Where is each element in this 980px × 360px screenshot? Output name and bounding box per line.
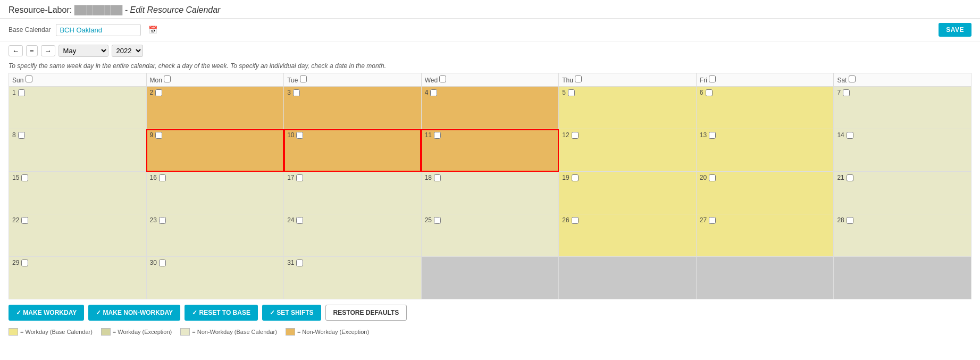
day-checkbox[interactable] bbox=[847, 132, 853, 139]
wed-header-checkbox[interactable] bbox=[439, 76, 446, 82]
day-checkbox[interactable] bbox=[155, 132, 162, 139]
table-row: 15 bbox=[9, 172, 147, 214]
day-checkbox[interactable] bbox=[296, 217, 303, 224]
day-checkbox[interactable] bbox=[568, 89, 575, 96]
month-select[interactable]: JanuaryFebruaryMarchApril MayJuneJulyAug… bbox=[58, 45, 108, 57]
day-checkbox[interactable] bbox=[296, 132, 303, 139]
day-checkbox[interactable] bbox=[159, 174, 166, 181]
day-number: 24 bbox=[287, 216, 418, 224]
reset-to-base-label: ✓ RESET TO BASE bbox=[192, 309, 250, 316]
tue-header-checkbox[interactable] bbox=[300, 76, 307, 82]
day-number: 14 bbox=[837, 131, 968, 139]
set-shifts-button[interactable]: ✓ SET SHIFTS bbox=[262, 305, 321, 321]
legend-item: = Workday (Exception) bbox=[101, 328, 172, 336]
table-row: 12 bbox=[559, 129, 697, 172]
day-checkbox[interactable] bbox=[572, 132, 579, 139]
legend-label: = Workday (Exception) bbox=[113, 329, 172, 335]
day-checkbox[interactable] bbox=[293, 89, 300, 96]
day-checkbox[interactable] bbox=[706, 89, 713, 96]
thu-header-checkbox[interactable] bbox=[575, 76, 582, 82]
table-row: 4 bbox=[421, 87, 559, 129]
day-checkbox[interactable] bbox=[18, 132, 25, 139]
base-calendar-label: Base Calendar bbox=[9, 26, 51, 34]
table-row: 30 bbox=[146, 257, 284, 299]
day-number: 5 bbox=[562, 89, 693, 96]
day-number: 31 bbox=[287, 259, 418, 266]
make-non-workday-button[interactable]: ✓ MAKE NON-WORKDAY bbox=[88, 305, 180, 321]
table-row: 23 bbox=[146, 214, 284, 257]
sat-header-checkbox[interactable] bbox=[849, 76, 856, 82]
day-checkbox[interactable] bbox=[18, 89, 25, 96]
day-number: 19 bbox=[562, 174, 693, 181]
base-calendar-input[interactable]: BCH Oakland bbox=[56, 24, 141, 36]
hint-text: To specify the same week day in the enti… bbox=[0, 60, 980, 73]
day-number: 15 bbox=[12, 174, 143, 181]
day-checkbox[interactable] bbox=[296, 259, 303, 266]
calendar-container: Sun Mon Tue Wed Thu Fri Sat 123456789101… bbox=[0, 73, 980, 299]
day-number: 11 bbox=[425, 131, 556, 139]
calendar-week-row: 293031 bbox=[9, 257, 971, 299]
day-number: 12 bbox=[562, 131, 693, 139]
day-checkbox[interactable] bbox=[434, 174, 441, 181]
day-number: 2 bbox=[150, 89, 281, 96]
day-checkbox[interactable] bbox=[847, 217, 853, 224]
fri-header-checkbox[interactable] bbox=[709, 76, 716, 82]
header-sun: Sun bbox=[9, 73, 147, 87]
legend-row: = Workday (Base Calendar)= Workday (Exce… bbox=[0, 326, 980, 341]
day-number: 26 bbox=[562, 216, 693, 224]
day-checkbox[interactable] bbox=[709, 174, 716, 181]
equal-button[interactable]: = bbox=[26, 45, 38, 56]
day-checkbox[interactable] bbox=[159, 259, 166, 266]
day-checkbox[interactable] bbox=[709, 217, 716, 224]
day-number: 4 bbox=[425, 89, 556, 96]
day-checkbox[interactable] bbox=[296, 174, 303, 181]
mon-header-checkbox[interactable] bbox=[164, 76, 171, 82]
next-month-button[interactable]: → bbox=[41, 45, 55, 56]
table-row: 5 bbox=[559, 87, 697, 129]
day-number: 17 bbox=[287, 174, 418, 181]
day-checkbox[interactable] bbox=[155, 89, 162, 96]
day-number: 25 bbox=[425, 216, 556, 224]
day-number: 22 bbox=[12, 216, 143, 224]
calendar-picker-icon[interactable]: 📅 bbox=[146, 24, 160, 35]
sun-header-checkbox[interactable] bbox=[26, 76, 32, 82]
day-checkbox[interactable] bbox=[21, 259, 28, 266]
calendar-week-row: 1234567 bbox=[9, 87, 971, 129]
make-workday-button[interactable]: ✓ MAKE WORKDAY bbox=[9, 305, 84, 321]
header-sat: Sat bbox=[834, 73, 971, 87]
prev-month-button[interactable]: ← bbox=[9, 45, 23, 56]
day-number: 10 bbox=[287, 131, 418, 139]
calendar-header-row: Sun Mon Tue Wed Thu Fri Sat bbox=[9, 73, 971, 87]
legend-label: = Non-Workday (Exception) bbox=[297, 329, 369, 335]
legend-label: = Workday (Base Calendar) bbox=[20, 329, 93, 335]
table-row: 19 bbox=[559, 172, 697, 214]
day-checkbox[interactable] bbox=[843, 89, 850, 96]
day-checkbox[interactable] bbox=[21, 174, 28, 181]
table-row: 11 bbox=[421, 129, 559, 172]
day-number: 27 bbox=[700, 216, 831, 224]
day-checkbox[interactable] bbox=[430, 89, 437, 96]
table-row: 6 bbox=[696, 87, 834, 129]
save-button[interactable]: SAVE bbox=[939, 23, 971, 37]
day-checkbox[interactable] bbox=[159, 217, 166, 224]
restore-defaults-label: RESTORE DEFAULTS bbox=[333, 309, 399, 316]
restore-defaults-button[interactable]: RESTORE DEFAULTS bbox=[325, 305, 407, 321]
legend-item: = Non-Workday (Exception) bbox=[286, 328, 369, 336]
year-select[interactable]: 2020202120222023 bbox=[112, 45, 143, 57]
day-checkbox[interactable] bbox=[572, 174, 579, 181]
day-number: 16 bbox=[150, 174, 281, 181]
day-checkbox[interactable] bbox=[434, 217, 441, 224]
reset-to-base-button[interactable]: ✓ RESET TO BASE bbox=[185, 305, 258, 321]
header-wed: Wed bbox=[421, 73, 559, 87]
table-row bbox=[559, 257, 697, 299]
day-checkbox[interactable] bbox=[572, 217, 579, 224]
title-prefix: Resource-Labor: bbox=[9, 5, 72, 14]
day-checkbox[interactable] bbox=[21, 217, 28, 224]
day-checkbox[interactable] bbox=[847, 174, 853, 181]
header-tue: Tue bbox=[284, 73, 422, 87]
day-checkbox[interactable] bbox=[434, 132, 441, 139]
table-row: 14 bbox=[834, 129, 971, 172]
day-checkbox[interactable] bbox=[709, 132, 716, 139]
table-row: 25 bbox=[421, 214, 559, 257]
legend-item: = Non-Workday (Base Calendar) bbox=[180, 328, 277, 336]
